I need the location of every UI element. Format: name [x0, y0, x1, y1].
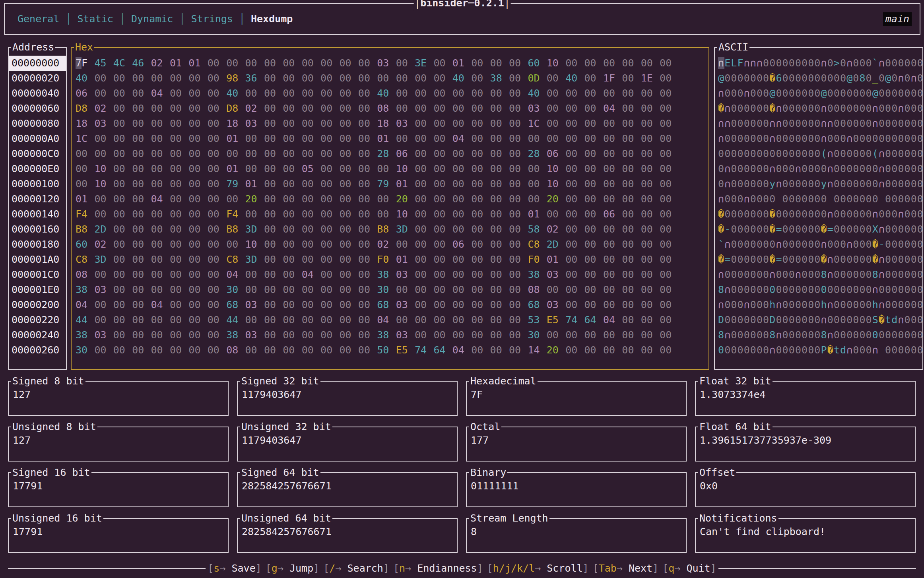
hex-byte[interactable]: 00: [603, 222, 622, 237]
hex-byte[interactable]: 00: [415, 222, 433, 237]
hex-byte[interactable]: 00: [132, 328, 151, 343]
ascii-char[interactable]: 0: [911, 133, 917, 144]
ascii-char[interactable]: 0: [853, 239, 859, 250]
hex-byte[interactable]: 00: [415, 282, 433, 297]
hex-byte[interactable]: 3D: [396, 222, 415, 237]
ascii-char[interactable]: -: [879, 239, 885, 250]
ascii-char[interactable]: 0: [917, 208, 924, 220]
ascii-char[interactable]: 8: [769, 329, 776, 341]
hex-byte[interactable]: 40: [565, 71, 584, 86]
hex-byte[interactable]: 00: [377, 161, 396, 177]
hex-byte[interactable]: 00: [245, 131, 264, 146]
hex-byte[interactable]: 00: [509, 101, 528, 116]
ascii-char[interactable]: 0: [782, 284, 789, 295]
hex-byte[interactable]: 00: [245, 207, 264, 222]
hex-byte[interactable]: 00: [622, 282, 641, 297]
ascii-char[interactable]: d: [840, 344, 846, 356]
hex-byte[interactable]: 00: [358, 161, 377, 177]
ascii-char[interactable]: 0: [769, 193, 776, 205]
hex-byte[interactable]: 03: [396, 116, 415, 131]
ascii-char[interactable]: 0: [827, 57, 834, 69]
hex-byte[interactable]: 00: [151, 343, 170, 358]
hex-byte[interactable]: 00: [208, 297, 226, 312]
hex-byte[interactable]: 00: [452, 86, 471, 101]
hex-byte[interactable]: 00: [264, 328, 283, 343]
hex-byte[interactable]: 00: [94, 207, 113, 222]
ascii-char[interactable]: ∩: [827, 178, 834, 190]
ascii-char[interactable]: 0: [911, 87, 917, 99]
hex-byte[interactable]: 00: [396, 282, 415, 297]
hex-byte[interactable]: 10: [94, 161, 113, 177]
ascii-char[interactable]: �: [769, 254, 776, 265]
hex-byte[interactable]: 00: [151, 312, 170, 328]
hex-byte[interactable]: 00: [245, 146, 264, 161]
hex-byte[interactable]: 00: [132, 161, 151, 177]
ascii-char[interactable]: �: [769, 208, 776, 220]
ascii-char[interactable]: 0: [891, 193, 898, 205]
hex-byte[interactable]: 00: [565, 328, 584, 343]
ascii-char[interactable]: 0: [891, 269, 898, 280]
hex-byte[interactable]: 53: [528, 312, 546, 328]
hex-byte[interactable]: 00: [358, 146, 377, 161]
ascii-char[interactable]: 0: [776, 284, 782, 295]
ascii-char[interactable]: 0: [898, 284, 904, 295]
hex-byte[interactable]: 00: [151, 146, 170, 161]
ascii-char[interactable]: [776, 193, 782, 205]
ascii-char[interactable]: 0: [911, 148, 917, 159]
hex-byte[interactable]: 01: [396, 177, 415, 192]
hex-byte[interactable]: 00: [509, 343, 528, 358]
hex-byte[interactable]: 68: [226, 297, 245, 312]
ascii-char[interactable]: 0: [808, 314, 814, 326]
hex-byte[interactable]: 00: [603, 267, 622, 282]
ascii-char[interactable]: 0: [905, 344, 911, 356]
hex-byte[interactable]: 00: [603, 343, 622, 358]
ascii-char[interactable]: 0: [866, 57, 872, 69]
ascii-char[interactable]: 0: [917, 314, 924, 326]
hex-byte[interactable]: 01: [170, 56, 188, 71]
hex-byte[interactable]: 00: [264, 56, 283, 71]
ascii-char[interactable]: 0: [757, 87, 763, 99]
hex-byte[interactable]: 00: [641, 192, 660, 207]
hex-byte[interactable]: 00: [283, 192, 301, 207]
hex-byte[interactable]: 00: [584, 131, 603, 146]
ascii-char[interactable]: ∩: [724, 178, 731, 190]
ascii-char[interactable]: 0: [834, 329, 840, 341]
ascii-char[interactable]: 0: [782, 118, 789, 129]
hex-byte[interactable]: 00: [509, 297, 528, 312]
ascii-char[interactable]: ∩: [872, 208, 879, 220]
hex-byte[interactable]: 01: [396, 252, 415, 267]
ascii-char[interactable]: 0: [737, 148, 743, 159]
ascii-char[interactable]: 0: [782, 72, 789, 84]
hex-byte[interactable]: 03: [245, 328, 264, 343]
ascii-char[interactable]: 0: [782, 239, 789, 250]
hex-byte[interactable]: 00: [433, 161, 452, 177]
hex-byte[interactable]: 00: [490, 297, 509, 312]
ascii-char[interactable]: 0: [802, 72, 808, 84]
ascii-char[interactable]: @: [846, 72, 853, 84]
hex-byte[interactable]: 04: [603, 101, 622, 116]
hex-byte[interactable]: 00: [208, 101, 226, 116]
ascii-char[interactable]: 0: [763, 87, 769, 99]
ascii-char[interactable]: 0: [750, 118, 757, 129]
ascii-char[interactable]: ∩: [911, 72, 917, 84]
ascii-char[interactable]: 0: [834, 118, 840, 129]
hex-byte[interactable]: 00: [113, 237, 132, 252]
ascii-char[interactable]: 0: [776, 314, 782, 326]
ascii-char[interactable]: 0: [808, 299, 814, 310]
hex-byte[interactable]: 00: [358, 343, 377, 358]
hex-byte[interactable]: B8: [76, 222, 94, 237]
hex-byte[interactable]: 00: [641, 101, 660, 116]
hex-byte[interactable]: 00: [471, 282, 490, 297]
ascii-char[interactable]: 0: [853, 163, 859, 175]
hex-byte[interactable]: 00: [245, 161, 264, 177]
ascii-char[interactable]: 0: [724, 208, 731, 220]
ascii-char[interactable]: 0: [776, 133, 782, 144]
hex-byte[interactable]: 3D: [245, 222, 264, 237]
ascii-char[interactable]: 0: [814, 118, 821, 129]
hex-byte[interactable]: 00: [132, 116, 151, 131]
hex-byte[interactable]: 00: [151, 71, 170, 86]
hex-byte[interactable]: 00: [565, 116, 584, 131]
hex-byte[interactable]: 00: [358, 192, 377, 207]
ascii-char[interactable]: h: [769, 299, 776, 310]
ascii-char[interactable]: ∩: [757, 57, 763, 69]
